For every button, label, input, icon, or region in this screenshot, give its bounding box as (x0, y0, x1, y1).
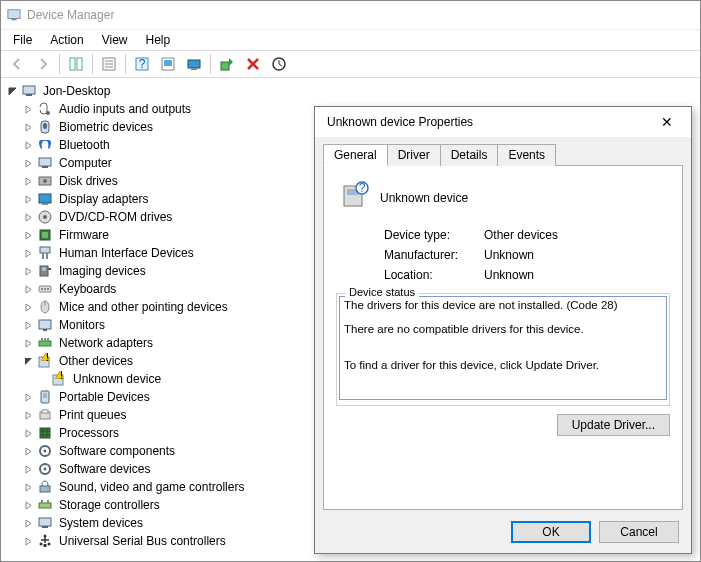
svg-rect-46 (41, 338, 43, 341)
expand-icon[interactable] (21, 462, 35, 476)
svg-point-73 (40, 543, 43, 546)
status-legend: Device status (345, 286, 419, 298)
menu-help[interactable]: Help (138, 31, 179, 49)
tree-label: Display adapters (57, 192, 150, 206)
update-driver-button[interactable] (182, 53, 206, 75)
show-hide-tree-button[interactable] (64, 53, 88, 75)
tab-driver[interactable]: Driver (387, 144, 441, 166)
svg-rect-56 (42, 410, 48, 413)
svg-rect-30 (42, 232, 48, 238)
expand-icon[interactable] (21, 282, 35, 296)
expand-icon[interactable] (21, 498, 35, 512)
svg-rect-12 (188, 60, 200, 68)
tab-panel-general: ? Unknown device Device type:Other devic… (323, 166, 683, 510)
ok-button[interactable]: OK (511, 521, 591, 543)
help-button[interactable]: ? (130, 53, 154, 75)
expand-icon[interactable] (21, 192, 35, 206)
category-icon (37, 227, 53, 243)
svg-rect-54 (43, 393, 47, 398)
expand-icon[interactable] (21, 390, 35, 404)
tree-label: Network adapters (57, 336, 155, 350)
svg-point-74 (48, 543, 51, 546)
collapse-icon[interactable] (5, 84, 19, 98)
update-driver-dialog-button[interactable]: Update Driver... (557, 414, 670, 436)
close-icon[interactable]: ✕ (651, 110, 683, 134)
svg-rect-16 (23, 86, 35, 94)
category-icon (37, 317, 53, 333)
svg-rect-57 (40, 428, 50, 438)
cancel-button[interactable]: Cancel (599, 521, 679, 543)
expand-icon[interactable] (21, 336, 35, 350)
back-button (5, 53, 29, 75)
category-icon (37, 209, 53, 225)
enable-device-button[interactable] (215, 53, 239, 75)
svg-point-18 (46, 111, 50, 115)
category-icon (37, 443, 53, 459)
tab-events[interactable]: Events (497, 144, 556, 166)
tree-label: Computer (57, 156, 114, 170)
tab-general[interactable]: General (323, 144, 388, 166)
expand-icon[interactable] (21, 120, 35, 134)
tab-strip: General Driver Details Events (323, 143, 683, 166)
expand-icon[interactable] (21, 138, 35, 152)
scan-hardware-button[interactable] (156, 53, 180, 75)
expand-icon[interactable] (21, 264, 35, 278)
expand-icon[interactable] (21, 102, 35, 116)
expand-icon[interactable] (21, 156, 35, 170)
menu-action[interactable]: Action (42, 31, 91, 49)
app-icon (7, 8, 21, 22)
device-manager-window: Device Manager File Action View Help ? J… (0, 0, 701, 562)
svg-point-24 (43, 179, 47, 183)
expand-icon[interactable] (21, 210, 35, 224)
expand-icon[interactable] (21, 426, 35, 440)
menu-view[interactable]: View (94, 31, 136, 49)
prop-loc-label: Location: (384, 268, 484, 282)
prop-loc-value: Unknown (484, 268, 534, 282)
svg-rect-2 (70, 58, 75, 70)
tree-label: Software components (57, 444, 177, 458)
expand-icon[interactable] (21, 228, 35, 242)
svg-point-28 (43, 215, 47, 219)
tree-label: DVD/CD-ROM drives (57, 210, 174, 224)
uninstall-device-button[interactable] (241, 53, 265, 75)
expand-icon[interactable] (21, 408, 35, 422)
tree-label: Human Interface Devices (57, 246, 196, 260)
expand-icon[interactable] (21, 246, 35, 260)
collapse-icon[interactable] (21, 354, 35, 368)
svg-rect-22 (42, 166, 48, 168)
svg-point-65 (44, 468, 47, 471)
tree-label: Software devices (57, 462, 152, 476)
tab-details[interactable]: Details (440, 144, 499, 166)
svg-rect-44 (43, 329, 47, 331)
tree-label: Storage controllers (57, 498, 162, 512)
svg-rect-25 (39, 194, 51, 203)
menu-file[interactable]: File (5, 31, 40, 49)
prop-mfr-label: Manufacturer: (384, 248, 484, 262)
expand-icon[interactable] (21, 534, 35, 548)
svg-rect-48 (47, 338, 49, 341)
toolbar: ? (1, 50, 700, 78)
category-icon (37, 137, 53, 153)
dialog-footer: OK Cancel (511, 521, 679, 543)
device-status-text[interactable] (339, 296, 667, 400)
svg-rect-13 (191, 68, 197, 70)
tree-root[interactable]: Jon-Desktop (3, 82, 698, 100)
expand-icon[interactable] (21, 300, 35, 314)
properties-dialog: Unknown device Properties ✕ General Driv… (314, 106, 692, 554)
expand-icon[interactable] (21, 318, 35, 332)
tree-label: Other devices (57, 354, 135, 368)
svg-rect-31 (40, 247, 50, 253)
svg-rect-17 (26, 94, 32, 96)
category-icon (37, 155, 53, 171)
expand-icon[interactable] (21, 480, 35, 494)
expand-icon[interactable] (21, 444, 35, 458)
properties-button[interactable] (97, 53, 121, 75)
expand-icon[interactable] (21, 516, 35, 530)
category-icon: ! (37, 353, 53, 369)
category-icon (37, 533, 53, 549)
category-icon (37, 263, 53, 279)
category-icon (37, 425, 53, 441)
scan-changes-button[interactable] (267, 53, 291, 75)
expand-icon[interactable] (21, 174, 35, 188)
svg-rect-33 (46, 253, 48, 259)
